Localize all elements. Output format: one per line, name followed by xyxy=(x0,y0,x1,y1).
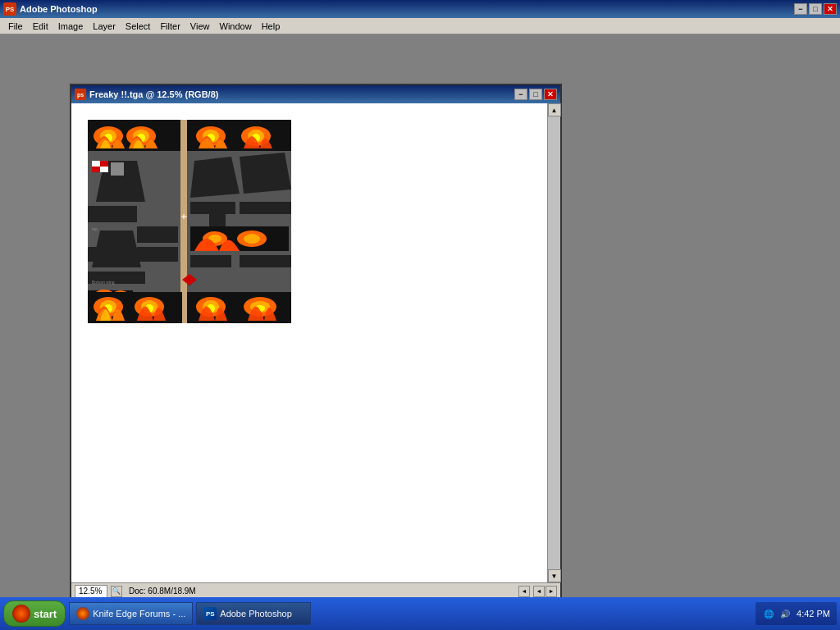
app-title-bar: PS Adobe Photoshop − □ ✕ xyxy=(0,0,840,18)
photoshop-icon: PS xyxy=(203,607,217,620)
document-status-bar: 12.5% 🔍 Doc: 60.8M/18.9M ◄ ◄ ► xyxy=(71,582,560,599)
scrollbar-vertical[interactable]: ▲ ▼ xyxy=(547,103,560,582)
svg-rect-63 xyxy=(137,247,178,262)
svg-point-45 xyxy=(244,234,260,244)
svg-marker-31 xyxy=(190,157,240,198)
svg-rect-34 xyxy=(240,202,291,214)
svg-rect-25 xyxy=(100,167,108,172)
menu-file[interactable]: File xyxy=(3,20,28,33)
texture-svg: Bottom wing top xyxy=(88,120,291,323)
status-scroll-right[interactable]: ► xyxy=(546,586,557,597)
scroll-track[interactable] xyxy=(548,116,560,569)
menu-view[interactable]: View xyxy=(185,20,215,33)
svg-text:top: top xyxy=(92,226,98,231)
start-button[interactable]: start xyxy=(3,600,66,627)
doc-minimize-button[interactable]: − xyxy=(514,89,527,100)
menu-layer[interactable]: Layer xyxy=(88,20,121,33)
menu-window[interactable]: Window xyxy=(215,20,257,33)
maximize-button[interactable]: □ xyxy=(809,3,822,15)
document-icon: ps xyxy=(75,89,86,100)
document-title-bar: ps Freaky !!.tga @ 12.5% (RGB/8) − □ ✕ xyxy=(71,85,560,103)
start-label: start xyxy=(34,608,57,620)
zoom-icon[interactable]: 🔍 xyxy=(111,586,122,597)
firefox-icon xyxy=(76,607,89,620)
close-button[interactable]: ✕ xyxy=(824,3,837,15)
app-title: Adobe Photoshop xyxy=(20,4,794,14)
taskbar: start Knife Edge Forums - ... PS Adobe P… xyxy=(0,597,840,630)
svg-rect-20 xyxy=(88,206,137,222)
scroll-down-button[interactable]: ▼ xyxy=(548,569,561,582)
scroll-up-button[interactable]: ▲ xyxy=(548,103,561,116)
taskbar-photoshop-label: Adobe Photoshop xyxy=(220,609,291,619)
taskbar-item-photoshop[interactable]: PS Adobe Photoshop xyxy=(196,602,311,625)
svg-rect-62 xyxy=(88,247,125,262)
svg-rect-24 xyxy=(92,161,100,167)
system-clock: 4:42 PM xyxy=(797,609,830,619)
doc-size-display: Doc: 60.8M/18.9M xyxy=(126,587,515,596)
svg-marker-32 xyxy=(240,153,291,194)
taskbar-forums-label: Knife Edge Forums - ... xyxy=(93,609,185,619)
zoom-display: 12.5% xyxy=(75,585,107,598)
menu-help[interactable]: Help xyxy=(257,20,285,33)
taskbar-item-forums[interactable]: Knife Edge Forums - ... xyxy=(69,602,193,625)
document-title: Freaky !!.tga @ 12.5% (RGB/8) xyxy=(89,89,513,99)
svg-rect-64 xyxy=(190,255,231,267)
menu-image[interactable]: Image xyxy=(53,20,89,33)
svg-rect-33 xyxy=(190,202,235,214)
window-controls: − □ ✕ xyxy=(794,3,837,15)
doc-maximize-button[interactable]: □ xyxy=(529,89,542,100)
minimize-button[interactable]: − xyxy=(794,3,807,15)
svg-rect-61 xyxy=(137,226,178,243)
svg-rect-65 xyxy=(240,255,291,267)
menu-select[interactable]: Select xyxy=(121,20,156,33)
system-tray-icons: 🌐 🔊 xyxy=(762,607,792,620)
system-tray: 🌐 🔊 4:42 PM xyxy=(756,602,837,625)
svg-text:Bottom wing: Bottom wing xyxy=(92,280,115,285)
document-window: ps Freaky !!.tga @ 12.5% (RGB/8) − □ ✕ xyxy=(70,84,562,600)
status-prev-button[interactable]: ◄ xyxy=(518,586,530,597)
status-scroll-left[interactable]: ◄ xyxy=(533,586,545,597)
texture-canvas: Bottom wing top xyxy=(88,120,291,323)
menu-filter[interactable]: Filter xyxy=(155,20,185,33)
app-icon: PS xyxy=(3,2,16,16)
doc-close-button[interactable]: ✕ xyxy=(544,89,557,100)
svg-rect-27 xyxy=(111,162,124,176)
workspace: ps Freaky !!.tga @ 12.5% (RGB/8) − □ ✕ xyxy=(0,34,840,609)
svg-rect-26 xyxy=(92,167,100,172)
network-icon: 🌐 xyxy=(762,607,775,620)
menu-bar: File Edit Image Layer Select Filter View… xyxy=(0,18,840,34)
document-body: Bottom wing top xyxy=(71,103,560,582)
volume-icon: 🔊 xyxy=(778,607,792,620)
menu-edit[interactable]: Edit xyxy=(28,20,53,33)
canvas-area: Bottom wing top xyxy=(71,103,547,582)
windows-logo-icon xyxy=(12,605,30,623)
